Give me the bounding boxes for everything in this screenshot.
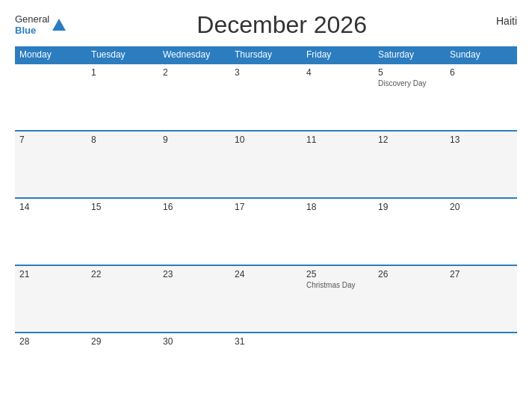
logo-general-text: General [15, 14, 49, 25]
calendar-cell: 28 [15, 333, 87, 400]
calendar-cell: 15 [87, 198, 158, 265]
day-number: 10 [235, 135, 297, 145]
calendar-cell: 17 [230, 198, 302, 265]
calendar-cell: 13 [445, 131, 517, 198]
day-number: 11 [306, 135, 369, 145]
calendar-cell: 2 [158, 64, 230, 131]
calendar-cell: 8 [87, 131, 158, 198]
calendar-cell: 12 [374, 131, 445, 198]
weekday-header-monday: Monday [15, 46, 87, 64]
calendar-table: MondayTuesdayWednesdayThursdayFridaySatu… [15, 46, 517, 400]
day-number: 8 [91, 135, 154, 145]
day-number: 1 [91, 67, 154, 78]
calendar-cell: 14 [15, 198, 87, 265]
calendar-cell: 5Discovery Day [374, 64, 445, 131]
day-number: 21 [19, 269, 82, 279]
day-number: 19 [378, 202, 441, 212]
weekday-header-friday: Friday [302, 46, 374, 64]
calendar-cell: 4 [302, 64, 374, 131]
logo-icon [51, 17, 67, 34]
calendar-week-4: 2122232425Christmas Day2627 [15, 265, 517, 333]
calendar-cell: 16 [158, 198, 230, 265]
weekday-header-row: MondayTuesdayWednesdayThursdayFridaySatu… [15, 46, 517, 64]
calendar-cell [15, 64, 87, 131]
calendar-cell: 30 [158, 333, 230, 400]
day-number: 15 [91, 202, 154, 212]
day-number: 13 [450, 135, 513, 145]
day-number: 22 [91, 269, 154, 279]
day-number: 18 [306, 202, 369, 212]
svg-marker-0 [52, 19, 66, 31]
calendar-cell [445, 333, 517, 400]
calendar-title: December 2026 [67, 11, 496, 39]
day-number: 26 [378, 269, 441, 279]
day-number: 12 [378, 135, 441, 145]
weekday-header-sunday: Sunday [445, 46, 517, 64]
day-number: 27 [450, 269, 513, 279]
calendar-cell: 27 [445, 265, 517, 333]
day-number: 17 [235, 202, 297, 212]
calendar-cell: 3 [230, 64, 302, 131]
calendar-cell: 29 [87, 333, 158, 400]
day-number: 31 [235, 336, 297, 347]
calendar-cell [374, 333, 445, 400]
calendar-cell: 20 [445, 198, 517, 265]
calendar-cell [302, 333, 374, 400]
day-number: 23 [163, 269, 226, 279]
day-number: 29 [91, 336, 154, 347]
day-number: 4 [306, 67, 369, 78]
day-number: 5 [378, 67, 441, 78]
calendar-cell: 1 [87, 64, 158, 131]
day-number: 20 [450, 202, 513, 212]
calendar-week-5: 28293031 [15, 333, 517, 400]
day-number: 16 [163, 202, 226, 212]
calendar-cell: 18 [302, 198, 374, 265]
calendar-week-1: 12345Discovery Day6 [15, 64, 517, 131]
day-number: 2 [163, 67, 226, 78]
logo: General Blue [15, 14, 67, 36]
day-number: 25 [306, 269, 369, 279]
calendar-cell: 6 [445, 64, 517, 131]
calendar-cell: 19 [374, 198, 445, 265]
calendar-cell: 22 [87, 265, 158, 333]
calendar-cell: 10 [230, 131, 302, 198]
calendar-week-3: 14151617181920 [15, 198, 517, 265]
calendar-cell: 7 [15, 131, 87, 198]
calendar-cell: 24 [230, 265, 302, 333]
day-number: 3 [235, 67, 297, 78]
calendar-cell: 23 [158, 265, 230, 333]
calendar-cell: 9 [158, 131, 230, 198]
calendar-cell: 25Christmas Day [302, 265, 374, 333]
day-number: 28 [19, 336, 82, 347]
weekday-header-thursday: Thursday [230, 46, 302, 64]
day-number: 9 [163, 135, 226, 145]
calendar-cell: 31 [230, 333, 302, 400]
calendar-week-2: 78910111213 [15, 131, 517, 198]
day-number: 24 [235, 269, 297, 279]
logo-blue-text: Blue [15, 25, 49, 36]
calendar-cell: 21 [15, 265, 87, 333]
event-name: Discovery Day [378, 79, 441, 87]
weekday-header-saturday: Saturday [374, 46, 445, 64]
day-number: 30 [163, 336, 226, 347]
event-name: Christmas Day [306, 281, 369, 289]
day-number: 7 [19, 135, 82, 145]
day-number: 6 [450, 67, 513, 78]
country-label: Haiti [496, 15, 517, 27]
weekday-header-wednesday: Wednesday [158, 46, 230, 64]
weekday-header-tuesday: Tuesday [87, 46, 158, 64]
calendar-cell: 11 [302, 131, 374, 198]
calendar-cell: 26 [374, 265, 445, 333]
day-number: 14 [19, 202, 82, 212]
page-header: General Blue December 2026 Haiti [15, 11, 517, 39]
